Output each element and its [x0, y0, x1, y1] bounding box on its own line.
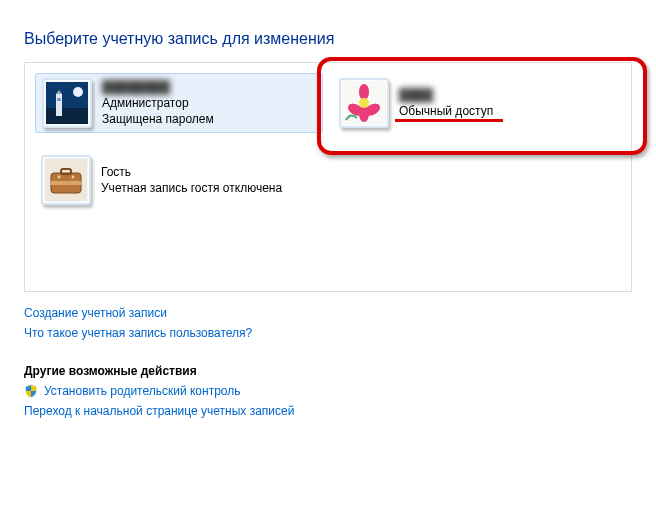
svg-point-20	[72, 176, 75, 179]
svg-point-2	[73, 87, 83, 97]
svg-rect-3	[56, 94, 62, 116]
shield-icon	[24, 384, 38, 398]
flower-icon	[343, 82, 385, 124]
what-is-account-link[interactable]: Что такое учетная запись пользователя?	[24, 326, 252, 340]
account-role: Администратор	[102, 95, 214, 111]
account-text: ████████ Администратор Защищена паролем	[102, 79, 214, 128]
avatar-frame	[339, 78, 389, 128]
create-account-link[interactable]: Создание учетной записи	[24, 306, 167, 320]
svg-point-7	[359, 84, 369, 100]
parental-control-row[interactable]: Установить родительский контроль	[24, 384, 632, 398]
svg-point-13	[359, 98, 369, 108]
account-item-user[interactable]: ████ Обычный доступ	[333, 73, 621, 133]
account-text: Гость Учетная запись гостя отключена	[101, 164, 282, 196]
account-links: Создание учетной записи Что такое учетна…	[24, 306, 632, 340]
svg-rect-17	[51, 181, 81, 185]
account-item-admin[interactable]: ████████ Администратор Защищена паролем	[35, 73, 323, 133]
lighthouse-icon	[46, 82, 88, 124]
other-actions-heading: Другие возможные действия	[24, 364, 632, 378]
avatar-frame	[41, 155, 91, 205]
page-title: Выберите учетную запись для изменения	[24, 30, 632, 48]
account-status: Учетная запись гостя отключена	[101, 180, 282, 196]
underline-annotation	[395, 119, 503, 122]
goto-home-link[interactable]: Переход к начальной странице учетных зап…	[24, 404, 294, 418]
account-role: Обычный доступ	[399, 103, 493, 119]
account-name: Гость	[101, 164, 282, 180]
account-item-guest[interactable]: Гость Учетная запись гостя отключена	[35, 151, 323, 209]
account-status: Защищена паролем	[102, 111, 214, 127]
suitcase-icon	[45, 159, 87, 201]
svg-rect-1	[46, 108, 88, 124]
account-name: ████████	[102, 79, 214, 95]
avatar-frame	[42, 78, 92, 128]
svg-point-19	[58, 176, 61, 179]
accounts-list: ████████ Администратор Защищена паролем	[24, 62, 632, 292]
parental-control-link[interactable]: Установить родительский контроль	[44, 384, 241, 398]
svg-rect-5	[57, 98, 61, 101]
account-name: ████	[399, 87, 493, 103]
account-text: ████ Обычный доступ	[399, 87, 493, 119]
